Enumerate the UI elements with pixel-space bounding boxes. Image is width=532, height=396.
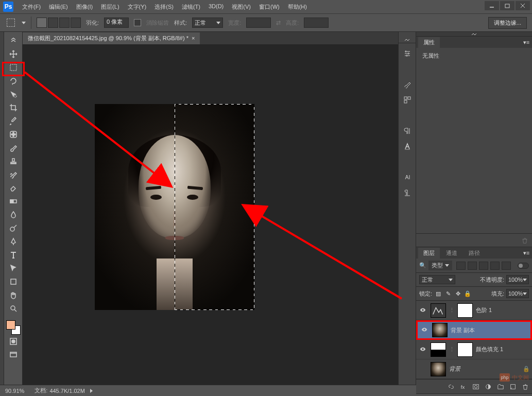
menu-window[interactable]: 窗口(W) (255, 2, 283, 12)
delete-icon[interactable] (521, 236, 529, 245)
close-button[interactable] (516, 1, 530, 10)
refine-edge-button[interactable]: 调整边缘... (488, 17, 527, 29)
blur-tool[interactable] (7, 209, 20, 221)
move-tool[interactable] (7, 48, 20, 60)
layer-mask-thumbnail[interactable] (457, 303, 473, 318)
menu-help[interactable]: 帮助(H) (284, 2, 311, 12)
lock-all-icon[interactable]: 🔒 (464, 289, 472, 298)
filter-toggle[interactable] (518, 263, 529, 269)
feather-input[interactable]: 0 像素 (104, 18, 129, 28)
layer-thumbnail[interactable] (431, 342, 446, 357)
style-select[interactable]: 正常 (192, 18, 223, 28)
menu-filter[interactable]: 滤镜(T) (178, 2, 204, 12)
eyedropper-tool[interactable] (7, 115, 20, 127)
pen-tool[interactable] (7, 235, 20, 248)
layer-mask-icon[interactable] (471, 382, 480, 391)
opacity-input[interactable]: 100% (506, 275, 529, 284)
path-select-tool[interactable] (7, 262, 20, 274)
lasso-tool[interactable] (7, 75, 20, 87)
menu-view[interactable]: 视图(V) (228, 2, 254, 12)
menu-edit[interactable]: 编辑(E) (45, 2, 72, 12)
channels-tab[interactable]: 通道 (441, 248, 462, 259)
screen-mode-toggle[interactable] (7, 349, 20, 361)
eraser-tool[interactable] (7, 182, 20, 194)
color-swatch[interactable] (6, 320, 21, 335)
marquee-tool[interactable] (7, 61, 20, 74)
doc-size-display[interactable]: 文档:445.7K/1.02M (35, 387, 93, 394)
paths-tab[interactable]: 路径 (464, 248, 485, 259)
selection-add-button[interactable] (48, 18, 58, 28)
blend-mode-select[interactable]: 正常 (419, 275, 455, 284)
paragraph-styles-icon[interactable] (401, 187, 414, 198)
group-icon[interactable] (496, 382, 505, 391)
delete-layer-icon[interactable] (521, 382, 530, 391)
lock-pixels-icon[interactable]: ✎ (444, 289, 452, 298)
filter-smart-icon[interactable] (502, 262, 511, 270)
tab-close-icon[interactable]: × (192, 35, 195, 41)
menu-image[interactable]: 图像(I) (73, 2, 96, 12)
paragraph-panel-icon[interactable] (401, 126, 414, 136)
fill-input[interactable]: 100% (506, 289, 529, 298)
layer-mask-thumbnail[interactable] (457, 342, 473, 357)
history-brush-tool[interactable] (7, 168, 20, 181)
layer-row[interactable]: 背景 副本 (416, 320, 532, 340)
crop-tool[interactable] (7, 101, 20, 114)
dodge-tool[interactable] (7, 222, 20, 234)
hand-tool[interactable] (7, 289, 20, 301)
tool-preset-dropdown-icon[interactable] (22, 22, 26, 24)
foreground-color[interactable] (6, 320, 15, 330)
minimize-button[interactable] (485, 1, 499, 10)
layer-name[interactable]: 颜色填充 1 (476, 346, 530, 353)
layer-thumbnail[interactable] (432, 323, 448, 337)
brush-tool[interactable] (7, 142, 20, 154)
link-layers-icon[interactable] (447, 382, 456, 391)
layer-fx-icon[interactable]: fx (459, 382, 468, 391)
layer-name[interactable]: 背景 (449, 365, 520, 373)
menu-3d[interactable]: 3D(D) (205, 2, 227, 12)
quick-mask-toggle[interactable] (7, 335, 20, 348)
gradient-tool[interactable] (7, 195, 20, 208)
layer-thumbnail[interactable] (431, 362, 446, 376)
document-tab[interactable]: 微信截图_20210824154425.jpg @ 90.9% (背景 副本, … (23, 32, 200, 44)
stamp-tool[interactable] (7, 155, 20, 167)
layer-name[interactable]: 背景 副本 (451, 326, 528, 334)
brush-presets-panel-icon[interactable] (401, 95, 414, 105)
lock-transparency-icon[interactable]: ▨ (434, 289, 442, 298)
menu-select[interactable]: 选择(S) (151, 2, 177, 12)
layer-row[interactable]: ⋮ 色阶 1 (416, 301, 532, 320)
zoom-tool[interactable] (7, 302, 20, 315)
layer-filter-select[interactable]: 类型 (428, 261, 452, 270)
selection-intersect-button[interactable] (71, 18, 81, 28)
panel-collapse-icon[interactable] (416, 32, 532, 37)
maximize-button[interactable] (500, 1, 514, 10)
collapse-toolbox-icon[interactable] (7, 35, 20, 47)
zoom-display[interactable]: 90.91% (5, 388, 24, 394)
new-layer-icon[interactable] (508, 382, 518, 391)
lock-position-icon[interactable]: ✥ (454, 289, 462, 298)
shape-tool[interactable] (7, 276, 20, 288)
adjustments-panel-icon[interactable] (401, 48, 414, 59)
menu-layer[interactable]: 图层(L) (97, 2, 123, 12)
type-tool[interactable] (7, 249, 20, 261)
canvas-viewport[interactable] (23, 44, 398, 385)
panel-menu-icon[interactable]: ▾≡ (523, 39, 530, 46)
layers-panel-menu-icon[interactable]: ▾≡ (523, 249, 530, 256)
visibility-icon[interactable] (421, 326, 428, 334)
menu-file[interactable]: 文件(F) (19, 2, 44, 12)
search-icon[interactable]: 🔍 (419, 262, 426, 269)
brush-panel-icon[interactable] (401, 79, 414, 90)
layer-thumbnail[interactable] (431, 303, 446, 318)
healing-tool[interactable] (7, 128, 20, 141)
selection-subtract-button[interactable] (59, 18, 70, 28)
visibility-icon[interactable] (419, 346, 426, 354)
layer-row[interactable]: ⋮ 颜色填充 1 (416, 340, 532, 359)
adjustment-layer-icon[interactable] (484, 382, 493, 391)
properties-tab[interactable]: 属性 (418, 37, 440, 48)
dock-collapse-icon[interactable] (399, 36, 416, 43)
layer-name[interactable]: 色阶 1 (476, 306, 530, 314)
quick-select-tool[interactable] (7, 88, 20, 100)
visibility-icon[interactable] (419, 306, 426, 315)
selection-new-button[interactable] (37, 18, 47, 28)
filter-type-icon[interactable] (479, 262, 488, 270)
filter-shape-icon[interactable] (490, 262, 500, 270)
